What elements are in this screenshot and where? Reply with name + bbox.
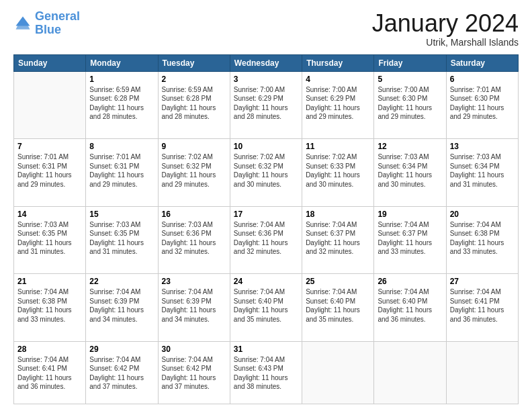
day-number: 16: [162, 210, 226, 219]
header: General Blue January 2024 Utrik, Marshal…: [13, 10, 519, 48]
day-number: 29: [89, 345, 154, 354]
day-cell: 15Sunrise: 7:03 AMSunset: 6:35 PMDayligh…: [86, 206, 158, 274]
day-number: 9: [162, 142, 226, 151]
page: General Blue January 2024 Utrik, Marshal…: [0, 0, 532, 411]
day-info: Sunrise: 7:03 AMSunset: 6:34 PMDaylight:…: [378, 152, 442, 189]
day-cell: 4Sunrise: 7:00 AMSunset: 6:29 PMDaylight…: [302, 71, 374, 139]
col-monday: Monday: [86, 54, 158, 71]
day-number: 26: [378, 277, 442, 286]
day-info: Sunrise: 7:04 AMSunset: 6:39 PMDaylight:…: [162, 287, 226, 324]
day-number: 18: [306, 210, 370, 219]
day-number: 23: [162, 277, 226, 286]
week-row-5: 28Sunrise: 7:04 AMSunset: 6:41 PMDayligh…: [14, 341, 519, 404]
title-block: January 2024 Utrik, Marshall Islands: [372, 10, 519, 48]
col-tuesday: Tuesday: [158, 54, 230, 71]
day-info: Sunrise: 7:04 AMSunset: 6:37 PMDaylight:…: [378, 220, 442, 257]
day-cell: [446, 341, 518, 404]
day-cell: 7Sunrise: 7:01 AMSunset: 6:31 PMDaylight…: [14, 139, 86, 207]
day-info: Sunrise: 7:04 AMSunset: 6:43 PMDaylight:…: [234, 355, 298, 392]
day-number: 17: [234, 210, 298, 219]
day-cell: 14Sunrise: 7:03 AMSunset: 6:35 PMDayligh…: [14, 206, 86, 274]
day-number: 10: [234, 142, 298, 151]
day-info: Sunrise: 7:04 AMSunset: 6:41 PMDaylight:…: [17, 355, 82, 392]
col-wednesday: Wednesday: [230, 54, 302, 71]
day-info: Sunrise: 7:03 AMSunset: 6:36 PMDaylight:…: [162, 220, 226, 257]
day-cell: 24Sunrise: 7:04 AMSunset: 6:40 PMDayligh…: [230, 274, 302, 342]
day-info: Sunrise: 7:04 AMSunset: 6:38 PMDaylight:…: [450, 220, 515, 257]
location: Utrik, Marshall Islands: [372, 37, 519, 48]
day-info: Sunrise: 7:04 AMSunset: 6:41 PMDaylight:…: [450, 287, 515, 324]
day-number: 30: [162, 345, 226, 354]
day-cell: 8Sunrise: 7:01 AMSunset: 6:31 PMDaylight…: [86, 139, 158, 207]
calendar-table: Sunday Monday Tuesday Wednesday Thursday…: [13, 54, 519, 404]
day-info: Sunrise: 7:04 AMSunset: 6:42 PMDaylight:…: [162, 355, 226, 392]
day-cell: 28Sunrise: 7:04 AMSunset: 6:41 PMDayligh…: [14, 341, 86, 404]
week-row-4: 21Sunrise: 7:04 AMSunset: 6:38 PMDayligh…: [14, 274, 519, 342]
day-info: Sunrise: 7:04 AMSunset: 6:38 PMDaylight:…: [17, 287, 82, 324]
week-row-3: 14Sunrise: 7:03 AMSunset: 6:35 PMDayligh…: [14, 206, 519, 274]
day-number: 24: [234, 277, 298, 286]
day-info: Sunrise: 7:02 AMSunset: 6:33 PMDaylight:…: [306, 152, 370, 189]
logo: General Blue: [13, 10, 80, 37]
day-number: 31: [234, 345, 298, 354]
day-number: 21: [17, 277, 82, 286]
day-number: 13: [450, 142, 515, 151]
day-cell: 12Sunrise: 7:03 AMSunset: 6:34 PMDayligh…: [374, 139, 446, 207]
day-info: Sunrise: 7:01 AMSunset: 6:31 PMDaylight:…: [17, 152, 82, 189]
day-info: Sunrise: 7:04 AMSunset: 6:40 PMDaylight:…: [378, 287, 442, 324]
day-cell: 19Sunrise: 7:04 AMSunset: 6:37 PMDayligh…: [374, 206, 446, 274]
day-cell: 13Sunrise: 7:03 AMSunset: 6:34 PMDayligh…: [446, 139, 518, 207]
day-cell: 1Sunrise: 6:59 AMSunset: 6:28 PMDaylight…: [86, 71, 158, 139]
day-info: Sunrise: 7:04 AMSunset: 6:42 PMDaylight:…: [89, 355, 154, 392]
day-cell: 31Sunrise: 7:04 AMSunset: 6:43 PMDayligh…: [230, 341, 302, 404]
day-cell: 25Sunrise: 7:04 AMSunset: 6:40 PMDayligh…: [302, 274, 374, 342]
day-number: 19: [378, 210, 442, 219]
day-number: 5: [378, 75, 442, 84]
day-cell: 10Sunrise: 7:02 AMSunset: 6:32 PMDayligh…: [230, 139, 302, 207]
day-cell: 30Sunrise: 7:04 AMSunset: 6:42 PMDayligh…: [158, 341, 230, 404]
day-info: Sunrise: 7:04 AMSunset: 6:36 PMDaylight:…: [234, 220, 298, 257]
day-info: Sunrise: 7:00 AMSunset: 6:29 PMDaylight:…: [234, 85, 298, 122]
day-cell: 16Sunrise: 7:03 AMSunset: 6:36 PMDayligh…: [158, 206, 230, 274]
day-number: 11: [306, 142, 370, 151]
month-title: January 2024: [372, 10, 519, 37]
day-number: 7: [17, 142, 82, 151]
week-row-1: 1Sunrise: 6:59 AMSunset: 6:28 PMDaylight…: [14, 71, 519, 139]
day-cell: [302, 341, 374, 404]
day-cell: 11Sunrise: 7:02 AMSunset: 6:33 PMDayligh…: [302, 139, 374, 207]
day-info: Sunrise: 7:02 AMSunset: 6:32 PMDaylight:…: [234, 152, 298, 189]
day-info: Sunrise: 6:59 AMSunset: 6:28 PMDaylight:…: [162, 85, 226, 122]
day-number: 15: [89, 210, 154, 219]
day-info: Sunrise: 7:00 AMSunset: 6:30 PMDaylight:…: [378, 85, 442, 122]
day-cell: 17Sunrise: 7:04 AMSunset: 6:36 PMDayligh…: [230, 206, 302, 274]
day-number: 25: [306, 277, 370, 286]
col-friday: Friday: [374, 54, 446, 71]
day-cell: 18Sunrise: 7:04 AMSunset: 6:37 PMDayligh…: [302, 206, 374, 274]
day-number: 27: [450, 277, 515, 286]
day-cell: [374, 341, 446, 404]
day-info: Sunrise: 7:01 AMSunset: 6:30 PMDaylight:…: [450, 85, 515, 122]
day-number: 8: [89, 142, 154, 151]
day-cell: [14, 71, 86, 139]
day-cell: 6Sunrise: 7:01 AMSunset: 6:30 PMDaylight…: [446, 71, 518, 139]
col-sunday: Sunday: [14, 54, 86, 71]
day-cell: 9Sunrise: 7:02 AMSunset: 6:32 PMDaylight…: [158, 139, 230, 207]
col-thursday: Thursday: [302, 54, 374, 71]
day-cell: 2Sunrise: 6:59 AMSunset: 6:28 PMDaylight…: [158, 71, 230, 139]
day-cell: 20Sunrise: 7:04 AMSunset: 6:38 PMDayligh…: [446, 206, 518, 274]
day-info: Sunrise: 7:04 AMSunset: 6:40 PMDaylight:…: [306, 287, 370, 324]
day-number: 3: [234, 75, 298, 84]
day-cell: 21Sunrise: 7:04 AMSunset: 6:38 PMDayligh…: [14, 274, 86, 342]
day-number: 4: [306, 75, 370, 84]
day-cell: 29Sunrise: 7:04 AMSunset: 6:42 PMDayligh…: [86, 341, 158, 404]
day-info: Sunrise: 7:04 AMSunset: 6:39 PMDaylight:…: [89, 287, 154, 324]
day-cell: 23Sunrise: 7:04 AMSunset: 6:39 PMDayligh…: [158, 274, 230, 342]
day-info: Sunrise: 7:04 AMSunset: 6:37 PMDaylight:…: [306, 220, 370, 257]
day-number: 28: [17, 345, 82, 354]
logo-icon: [13, 14, 32, 33]
day-number: 20: [450, 210, 515, 219]
day-number: 12: [378, 142, 442, 151]
day-info: Sunrise: 7:02 AMSunset: 6:32 PMDaylight:…: [162, 152, 226, 189]
day-cell: 22Sunrise: 7:04 AMSunset: 6:39 PMDayligh…: [86, 274, 158, 342]
day-cell: 5Sunrise: 7:00 AMSunset: 6:30 PMDaylight…: [374, 71, 446, 139]
